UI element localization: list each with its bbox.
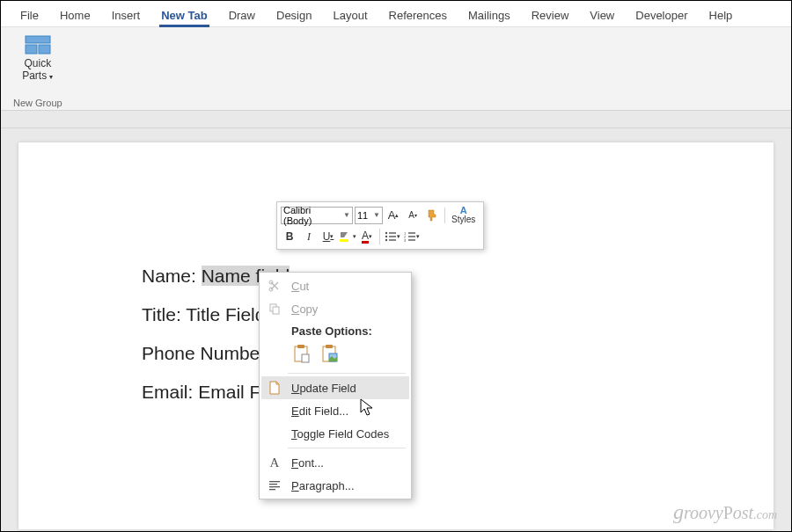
svg-rect-19: [273, 307, 279, 314]
scissors-icon: [267, 278, 282, 294]
svg-rect-22: [302, 354, 309, 362]
grow-font-button[interactable]: A▴: [385, 207, 402, 224]
menu-copy[interactable]: Copy: [261, 297, 409, 320]
watermark: groovyPost.com: [673, 500, 777, 524]
paintbrush-icon: [426, 209, 438, 222]
svg-rect-1: [26, 45, 37, 54]
ribbon-group-label: New Group: [13, 98, 62, 108]
styles-button[interactable]: A Styles: [449, 206, 478, 224]
menu-edit-field[interactable]: Edit Field...: [261, 399, 409, 422]
menu-label: Edit Field...: [291, 404, 348, 418]
menu-label: Copy: [291, 302, 318, 316]
numbering-button[interactable]: 123▾: [403, 228, 421, 245]
tab-developer[interactable]: Developer: [625, 4, 698, 26]
numbering-icon: 123: [404, 231, 416, 242]
svg-rect-13: [408, 236, 415, 237]
font-name-select[interactable]: Calibri (Body) ▼: [281, 207, 353, 224]
menu-label: Cut: [291, 280, 309, 293]
menu-label: Update Field: [291, 382, 356, 395]
ribbon-group-new: QuickParts ▾ New Group: [8, 31, 68, 108]
italic-button[interactable]: I: [300, 228, 318, 245]
blank-icon: [267, 403, 282, 419]
document-icon: [267, 380, 282, 396]
svg-rect-27: [269, 484, 277, 485]
svg-rect-24: [326, 345, 333, 348]
svg-rect-5: [389, 232, 396, 233]
tab-insert[interactable]: Insert: [101, 4, 151, 26]
tab-references[interactable]: References: [378, 4, 458, 26]
svg-rect-9: [389, 239, 396, 240]
menu-label: Paragraph...: [291, 479, 355, 492]
quick-parts-icon: [24, 34, 52, 55]
menu-label: Toggle Field Codes: [291, 427, 389, 441]
font-color-button[interactable]: A▾: [358, 228, 376, 245]
tab-review[interactable]: Review: [521, 4, 580, 26]
bullets-button[interactable]: ▾: [384, 228, 401, 245]
font-icon: A: [267, 455, 282, 470]
context-menu: Cut Copy Paste Options: Update Field Edi…: [259, 272, 412, 499]
quick-parts-label: QuickParts ▾: [22, 57, 53, 83]
field-value: Title Field: [186, 304, 265, 324]
field-label: Email:: [142, 382, 193, 402]
menu-label: Font...: [291, 456, 324, 470]
bold-button[interactable]: B: [281, 228, 298, 245]
paragraph-icon: [267, 477, 282, 493]
tab-view[interactable]: View: [579, 4, 625, 26]
tab-design[interactable]: Design: [266, 4, 322, 26]
svg-rect-3: [340, 239, 348, 242]
tab-help[interactable]: Help: [699, 4, 744, 26]
tab-draw[interactable]: Draw: [218, 4, 266, 26]
copy-icon: [267, 301, 282, 317]
svg-rect-11: [408, 232, 415, 233]
svg-rect-2: [39, 45, 50, 54]
clipboard-picture-icon: [320, 344, 338, 363]
bullets-icon: [385, 231, 397, 242]
tab-home[interactable]: Home: [49, 4, 101, 26]
paste-options-header: Paste Options:: [261, 320, 409, 340]
styles-label: Styles: [451, 215, 475, 224]
format-painter-button[interactable]: [423, 207, 441, 224]
field-label: Title:: [142, 304, 181, 324]
tab-file[interactable]: File: [10, 4, 49, 26]
font-name-value: Calibri (Body): [283, 205, 341, 226]
svg-point-8: [385, 239, 387, 241]
chevron-down-icon: ▼: [343, 211, 350, 219]
svg-text:3: 3: [404, 238, 407, 242]
svg-rect-26: [269, 481, 280, 482]
underline-button[interactable]: U ▾: [319, 228, 337, 245]
menu-font[interactable]: A Font...: [261, 451, 409, 474]
paste-keep-formatting[interactable]: [290, 342, 312, 365]
svg-rect-21: [297, 345, 304, 348]
shrink-font-button[interactable]: A▾: [404, 207, 422, 224]
tab-layout[interactable]: Layout: [322, 4, 378, 26]
ribbon-tabs: File Home Insert New Tab Draw Design Lay…: [1, 1, 791, 27]
highlighter-icon: [339, 230, 353, 243]
tab-new-tab[interactable]: New Tab: [150, 4, 218, 26]
svg-rect-0: [26, 36, 50, 43]
mini-toolbar: Calibri (Body) ▼ 11 ▼ A▴ A▾ A Styles B I…: [276, 201, 484, 250]
field-label: Phone Number: [142, 343, 266, 363]
svg-point-4: [385, 232, 387, 234]
font-size-select[interactable]: 11 ▼: [355, 207, 383, 224]
svg-rect-29: [269, 489, 275, 490]
menu-cut[interactable]: Cut: [261, 274, 409, 297]
menu-update-field[interactable]: Update Field: [261, 376, 409, 399]
highlight-button[interactable]: ▾: [339, 228, 356, 245]
menu-toggle-field-codes[interactable]: Toggle Field Codes: [261, 422, 409, 445]
field-label: Name:: [142, 266, 196, 286]
clipboard-icon: [292, 344, 310, 363]
chevron-down-icon: ▼: [373, 211, 380, 219]
menu-separator: [288, 373, 406, 374]
ribbon-bar: QuickParts ▾ New Group: [1, 27, 791, 111]
paste-picture[interactable]: [318, 342, 341, 365]
svg-rect-15: [408, 239, 415, 240]
ruler: [1, 111, 791, 128]
svg-point-6: [385, 236, 387, 237]
tab-mailings[interactable]: Mailings: [458, 4, 521, 26]
font-size-value: 11: [357, 210, 368, 221]
quick-parts-button[interactable]: QuickParts ▾: [18, 31, 56, 86]
svg-rect-7: [389, 236, 396, 237]
menu-paragraph[interactable]: Paragraph...: [261, 474, 409, 497]
svg-rect-28: [269, 486, 280, 487]
menu-separator: [288, 448, 406, 448]
